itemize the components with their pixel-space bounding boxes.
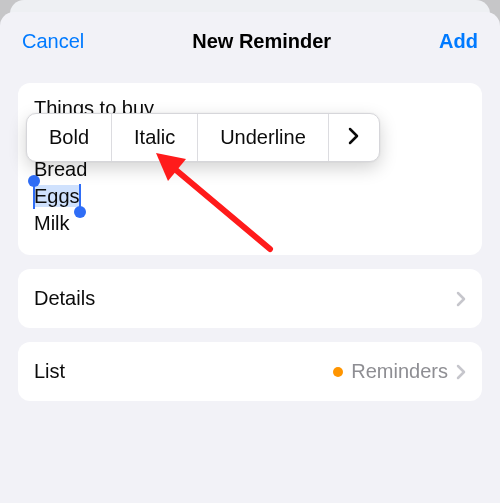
more-formats-button[interactable] [329, 114, 379, 161]
list-value: Reminders [333, 360, 466, 383]
cancel-button[interactable]: Cancel [22, 30, 84, 53]
notes-line-selected: Eggs [34, 183, 466, 210]
notes-line: Milk [34, 210, 466, 237]
list-row[interactable]: List Reminders [18, 342, 482, 401]
page-title: New Reminder [84, 30, 439, 53]
list-label: List [34, 360, 65, 383]
text-format-popup: Bold Italic Underline [26, 113, 380, 162]
list-value-text: Reminders [351, 360, 448, 383]
nav-bar: Cancel New Reminder Add [0, 12, 500, 67]
chevron-right-icon [348, 127, 360, 149]
underline-button[interactable]: Underline [198, 114, 329, 161]
chevron-right-icon [456, 364, 466, 380]
selection-end-handle-icon[interactable] [74, 206, 86, 218]
reminder-card: Things to buy Bold Italic Underline Brea… [18, 83, 482, 255]
selection-start-caret-icon [33, 184, 35, 209]
reminder-notes-input[interactable]: Bread Eggs Milk [34, 156, 466, 237]
new-reminder-sheet: Cancel New Reminder Add Things to buy Bo… [0, 12, 500, 503]
chevron-right-icon [456, 291, 466, 307]
list-color-dot-icon [333, 367, 343, 377]
selected-text: Eggs [34, 185, 80, 207]
add-button[interactable]: Add [439, 30, 478, 53]
bold-button[interactable]: Bold [27, 114, 112, 161]
details-label: Details [34, 287, 95, 310]
details-row[interactable]: Details [18, 269, 482, 328]
italic-button[interactable]: Italic [112, 114, 198, 161]
